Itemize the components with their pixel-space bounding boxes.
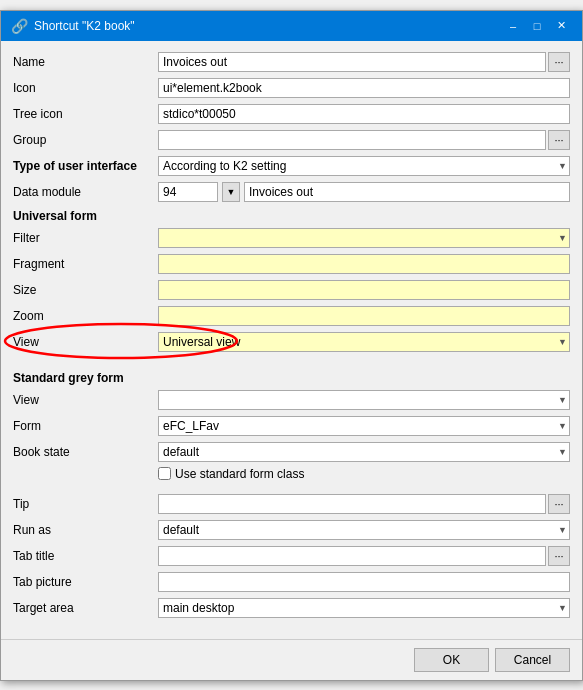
target-area-field: main desktop ▼ — [158, 598, 570, 618]
form-field: eFC_LFav ▼ — [158, 416, 570, 436]
name-row: Name ··· — [13, 51, 570, 73]
tree-icon-label: Tree icon — [13, 107, 158, 121]
target-area-label: Target area — [13, 601, 158, 615]
type-select-wrapper: According to K2 setting ▼ — [158, 156, 570, 176]
tab-title-dots-button[interactable]: ··· — [548, 546, 570, 566]
type-select[interactable]: According to K2 setting — [158, 156, 570, 176]
standard-form-class-checkbox[interactable] — [158, 467, 171, 480]
fragment-row: Fragment — [13, 253, 570, 275]
data-module-select-btn[interactable]: ▼ — [222, 182, 240, 202]
close-button[interactable]: ✕ — [550, 17, 572, 35]
view-field: Universal view ▼ — [158, 332, 570, 352]
tab-picture-row: Tab picture — [13, 571, 570, 593]
filter-field: ▼ — [158, 228, 570, 248]
tip-input[interactable] — [158, 494, 546, 514]
group-dots-button[interactable]: ··· — [548, 130, 570, 150]
filter-select-wrapper: ▼ — [158, 228, 570, 248]
tree-icon-field — [158, 104, 570, 124]
zoom-row: Zoom — [13, 305, 570, 327]
tab-picture-field — [158, 572, 570, 592]
icon-field — [158, 78, 570, 98]
run-as-select[interactable]: default — [158, 520, 570, 540]
filter-select[interactable] — [158, 228, 570, 248]
tip-row: Tip ··· — [13, 493, 570, 515]
book-state-field: default ▼ — [158, 442, 570, 462]
title-bar-left: 🔗 Shortcut "K2 book" — [11, 18, 135, 34]
cancel-button[interactable]: Cancel — [495, 648, 570, 672]
size-row: Size — [13, 279, 570, 301]
book-state-select-wrapper: default ▼ — [158, 442, 570, 462]
form-select[interactable]: eFC_LFav — [158, 416, 570, 436]
filter-label: Filter — [13, 231, 158, 245]
tip-dots-button[interactable]: ··· — [548, 494, 570, 514]
icon-input[interactable] — [158, 78, 570, 98]
name-dots-button[interactable]: ··· — [548, 52, 570, 72]
group-field: ··· — [158, 130, 570, 150]
view-row: View Universal view ▼ — [13, 331, 570, 353]
tip-field: ··· — [158, 494, 570, 514]
form-content: Name ··· Icon Tree icon Group ··· — [1, 41, 582, 633]
window-title: Shortcut "K2 book" — [34, 19, 135, 33]
run-as-row: Run as default ▼ — [13, 519, 570, 541]
ok-button[interactable]: OK — [414, 648, 489, 672]
group-row: Group ··· — [13, 129, 570, 151]
group-label: Group — [13, 133, 158, 147]
tab-picture-input[interactable] — [158, 572, 570, 592]
maximize-button[interactable]: □ — [526, 17, 548, 35]
tab-title-label: Tab title — [13, 549, 158, 563]
type-row: Type of user interface According to K2 s… — [13, 155, 570, 177]
zoom-input[interactable] — [158, 306, 570, 326]
view-select[interactable]: Universal view — [158, 332, 570, 352]
grey-view-select[interactable] — [158, 390, 570, 410]
run-as-select-wrapper: default ▼ — [158, 520, 570, 540]
book-state-row: Book state default ▼ — [13, 441, 570, 463]
view-select-wrapper: Universal view ▼ — [158, 332, 570, 352]
window-icon: 🔗 — [11, 18, 28, 34]
size-field — [158, 280, 570, 300]
filter-row: Filter ▼ — [13, 227, 570, 249]
grey-view-row: View ▼ — [13, 389, 570, 411]
group-input[interactable] — [158, 130, 546, 150]
fragment-field — [158, 254, 570, 274]
data-module-number-input[interactable] — [158, 182, 218, 202]
tip-label: Tip — [13, 497, 158, 511]
tab-title-row: Tab title ··· — [13, 545, 570, 567]
checkbox-row: Use standard form class — [13, 467, 570, 481]
form-row: Form eFC_LFav ▼ — [13, 415, 570, 437]
zoom-label: Zoom — [13, 309, 158, 323]
book-state-select[interactable]: default — [158, 442, 570, 462]
data-module-field: ▼ — [158, 182, 570, 202]
grey-view-field: ▼ — [158, 390, 570, 410]
title-bar: 🔗 Shortcut "K2 book" – □ ✕ — [1, 11, 582, 41]
universal-form-header: Universal form — [13, 209, 570, 223]
tab-title-input[interactable] — [158, 546, 546, 566]
data-module-text-input[interactable] — [244, 182, 570, 202]
grey-view-select-wrapper: ▼ — [158, 390, 570, 410]
fragment-input[interactable] — [158, 254, 570, 274]
tab-title-field: ··· — [158, 546, 570, 566]
run-as-label: Run as — [13, 523, 158, 537]
data-module-label: Data module — [13, 185, 158, 199]
form-select-wrapper: eFC_LFav ▼ — [158, 416, 570, 436]
standard-grey-form-header: Standard grey form — [13, 371, 570, 385]
fragment-label: Fragment — [13, 257, 158, 271]
footer: OK Cancel — [1, 639, 582, 680]
data-module-controls: ▼ — [158, 182, 570, 202]
data-module-row: Data module ▼ — [13, 181, 570, 203]
type-label: Type of user interface — [13, 159, 158, 173]
tree-icon-input[interactable] — [158, 104, 570, 124]
zoom-field — [158, 306, 570, 326]
run-as-field: default ▼ — [158, 520, 570, 540]
book-state-label: Book state — [13, 445, 158, 459]
minimize-button[interactable]: – — [502, 17, 524, 35]
name-input[interactable] — [158, 52, 546, 72]
type-field: According to K2 setting ▼ — [158, 156, 570, 176]
grey-view-label: View — [13, 393, 158, 407]
size-input[interactable] — [158, 280, 570, 300]
view-label: View — [13, 335, 158, 349]
name-label: Name — [13, 55, 158, 69]
target-area-select[interactable]: main desktop — [158, 598, 570, 618]
icon-row: Icon — [13, 77, 570, 99]
target-area-select-wrapper: main desktop ▼ — [158, 598, 570, 618]
main-window: 🔗 Shortcut "K2 book" – □ ✕ Name ··· Icon — [0, 10, 583, 681]
